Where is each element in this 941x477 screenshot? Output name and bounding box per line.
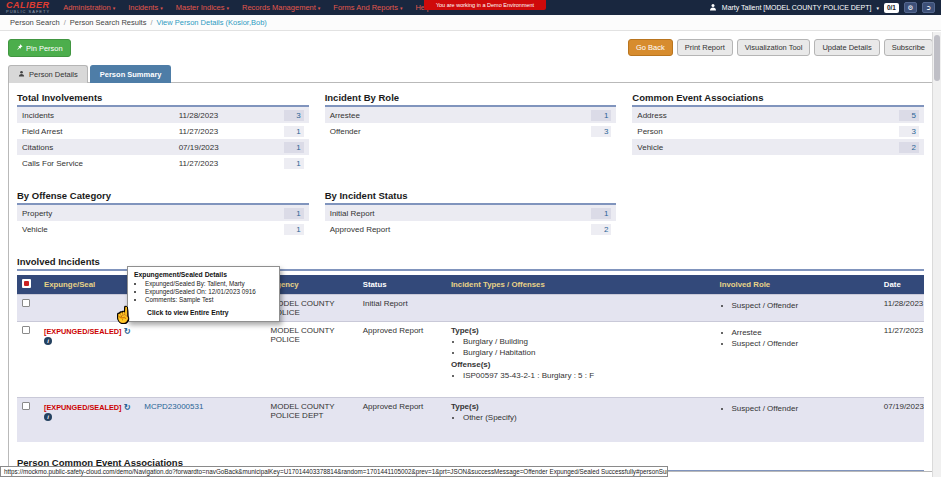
tab-person-details[interactable]: Person Details: [8, 65, 88, 83]
tab-label: Person Details: [29, 70, 78, 79]
header-date[interactable]: Date: [879, 275, 924, 295]
calls-for-service-count-link[interactable]: 1: [284, 158, 304, 169]
row-checkbox[interactable]: [22, 326, 30, 334]
row-checkbox[interactable]: [22, 299, 30, 307]
stat-rows: Arrestee 1 Offender 3: [325, 107, 617, 139]
stat-row: Citations 07/19/2023 1: [17, 139, 309, 155]
summary-grid: Total Involvements Incidents 11/28/2023 …: [17, 89, 924, 237]
breadcrumb-person-search[interactable]: Person Search: [10, 18, 60, 27]
section-title: By Offense Category: [17, 187, 309, 205]
tab-person-summary[interactable]: Person Summary: [90, 65, 172, 83]
print-report-button[interactable]: Print Report: [677, 39, 733, 56]
section-title: By Incident Status: [325, 187, 617, 205]
tab-label: Person Summary: [100, 70, 162, 79]
approved-report-count-link[interactable]: 2: [591, 224, 611, 235]
citations-count-link[interactable]: 1: [284, 142, 304, 153]
logout-button[interactable]: ➲: [922, 2, 935, 13]
expunge-cell: [39, 295, 139, 322]
caliber-logo[interactable]: CALIBER PUBLIC SAFETY: [6, 1, 50, 14]
header-incident-types[interactable]: Incident Types / Offenses: [446, 275, 715, 295]
stat-row: Vehicle 1: [17, 221, 309, 237]
pin-icon: [16, 43, 23, 53]
navbar-right: Marty Tallent [MODEL COUNTY POLICE DEPT]…: [709, 2, 935, 13]
settings-button[interactable]: ⚙: [904, 2, 917, 13]
offender-count-link[interactable]: 3: [591, 126, 611, 137]
person-count-link[interactable]: 3: [899, 126, 919, 137]
expunge-tooltip: Expungement/Sealed Details Expunged/Seal…: [127, 266, 280, 322]
row-checkbox[interactable]: [22, 402, 30, 410]
stat-row: Address 5: [632, 107, 924, 123]
property-count-link[interactable]: 1: [284, 208, 304, 219]
role-item: Arrestee: [732, 328, 874, 337]
task-counter-badge[interactable]: 0/1: [884, 3, 899, 13]
user-icon: [709, 3, 717, 12]
vehicle-offense-count-link[interactable]: 1: [284, 224, 304, 235]
header-select-cell: [17, 275, 39, 295]
refresh-icon[interactable]: ↻: [124, 402, 131, 412]
role-item: Suspect / Offender: [732, 301, 874, 310]
stat-label: Calls For Service: [22, 159, 179, 168]
agency-cell: MODEL COUNTY POLICE DEPT: [266, 398, 358, 442]
expunge-header-icon[interactable]: [22, 279, 31, 288]
date-cell: 07/19/2023: [879, 398, 924, 442]
info-icon[interactable]: i: [44, 337, 52, 345]
tooltip-line: Expunged/Sealed On: 12/01/2023 0916: [145, 288, 273, 295]
status-url-bar: https://mockmo.public-safety-cloud.com/d…: [0, 466, 668, 477]
header-involved-role[interactable]: Involved Role: [715, 275, 879, 295]
subscribe-button[interactable]: Subscribe: [884, 39, 933, 56]
types-label: Type(s): [451, 402, 479, 411]
expunged-sealed-label: [EXPUNGED/SEALED]: [44, 403, 121, 412]
menu-incidents[interactable]: Incidents▾: [128, 3, 163, 12]
stat-rows: Address 5 Person 3 Vehicle 2: [632, 107, 924, 155]
main-menu: Administration▾ Incidents▾ Master Indice…: [63, 3, 435, 12]
update-details-button[interactable]: Update Details: [814, 39, 879, 56]
checkbox-cell: [17, 295, 39, 322]
scrollbar-thumb[interactable]: [934, 35, 940, 81]
stat-row: Person 3: [632, 123, 924, 139]
stat-label: Approved Report: [330, 225, 592, 234]
stat-label: Citations: [22, 143, 179, 152]
role-cell: Suspect / Offender: [715, 295, 879, 322]
type-item: Other (Specify): [463, 413, 710, 422]
info-icon[interactable]: i: [44, 413, 52, 421]
section-incident-by-role: Incident By Role Arrestee 1 Offender 3: [325, 89, 617, 171]
menu-master-indices[interactable]: Master Indices▾: [176, 3, 229, 12]
incident-number-link[interactable]: MCPD23000531: [144, 402, 203, 411]
menu-label: Forms And Reports: [333, 3, 398, 12]
menu-records-management[interactable]: Records Management▾: [242, 3, 320, 12]
chevron-down-icon: ▾: [318, 5, 321, 11]
arrestee-count-link[interactable]: 1: [591, 110, 611, 121]
menu-label: Administration: [63, 3, 111, 12]
menu-administration[interactable]: Administration▾: [63, 3, 115, 12]
visualization-tool-button[interactable]: Visualization Tool: [737, 39, 811, 56]
field-arrest-count-link[interactable]: 1: [284, 126, 304, 137]
breadcrumb-separator: /: [150, 18, 152, 27]
refresh-icon[interactable]: ↻: [124, 326, 131, 336]
user-menu[interactable]: Marty Tallent [MODEL COUNTY POLICE DEPT]: [722, 4, 872, 11]
stat-rows: Incidents 11/28/2023 3 Field Arrest 11/2…: [17, 107, 309, 171]
chevron-down-icon: ▾: [876, 5, 879, 11]
address-count-link[interactable]: 5: [899, 110, 919, 121]
type-item: Burglary / Building: [463, 337, 710, 346]
pin-person-button[interactable]: Pin Person: [8, 39, 71, 57]
vertical-scrollbar: [932, 32, 941, 477]
type-item: Burglary / Habitation: [463, 348, 710, 357]
menu-forms-and-reports[interactable]: Forms And Reports▾: [333, 3, 402, 12]
checkbox-cell: [17, 322, 39, 398]
stat-row: Initial Report 1: [325, 205, 617, 221]
header-expunge-seal[interactable]: Expunge/Seal: [39, 275, 139, 295]
breadcrumb-person-search-results[interactable]: Person Search Results: [70, 18, 147, 27]
incidents-count-link[interactable]: 3: [284, 110, 304, 121]
role-item: Suspect / Offender: [732, 339, 874, 348]
stat-row: Approved Report 2: [325, 221, 617, 237]
offenses-label: Offense(s): [451, 360, 491, 369]
stat-row: Incidents 11/28/2023 3: [17, 107, 309, 123]
page-toolbar: Pin Person Go Back Print Report Visualiz…: [0, 31, 941, 57]
tooltip-line: Comments: Sample Test: [145, 296, 273, 303]
agency-cell: MODEL COUNTY POLICE: [266, 322, 358, 398]
types-cell: Type(s) Other (Specify): [446, 398, 715, 442]
header-status[interactable]: Status: [358, 275, 446, 295]
vehicle-count-link[interactable]: 2: [899, 142, 919, 153]
initial-report-count-link[interactable]: 1: [591, 208, 611, 219]
go-back-button[interactable]: Go Back: [628, 39, 673, 56]
